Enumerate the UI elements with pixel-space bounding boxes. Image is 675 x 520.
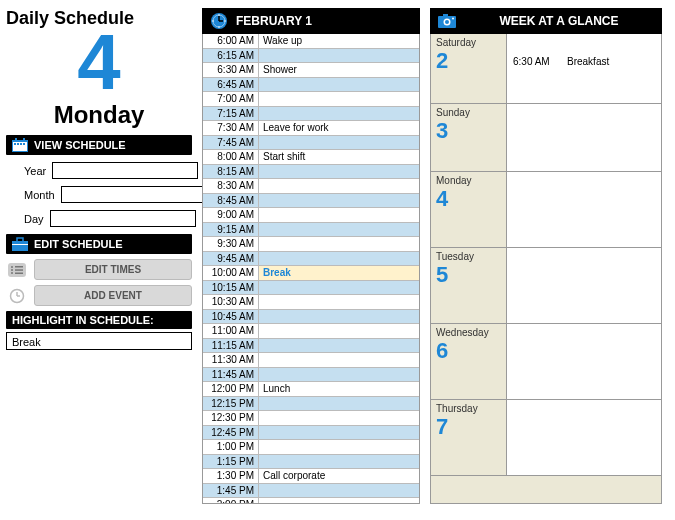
- schedule-body[interactable]: 6:00 AMWake up6:15 AM6:30 AMShower6:45 A…: [202, 34, 420, 504]
- highlight-value[interactable]: Break: [6, 332, 192, 350]
- schedule-event[interactable]: [259, 484, 419, 498]
- schedule-event[interactable]: [259, 368, 419, 382]
- schedule-event[interactable]: [259, 310, 419, 324]
- list-icon: [6, 261, 28, 279]
- week-event-cell[interactable]: 6:30 AMBreakfast: [507, 34, 661, 103]
- svg-rect-10: [12, 244, 28, 245]
- schedule-row[interactable]: 8:00 AMStart shift: [203, 150, 419, 165]
- schedule-row[interactable]: 7:30 AMLeave for work: [203, 121, 419, 136]
- schedule-event[interactable]: [259, 455, 419, 469]
- schedule-row[interactable]: 10:00 AMBreak: [203, 266, 419, 281]
- schedule-row[interactable]: 2:00 PM: [203, 498, 419, 504]
- schedule-event[interactable]: Lunch: [259, 382, 419, 396]
- schedule-time: 10:30 AM: [203, 295, 259, 309]
- schedule-event[interactable]: [259, 179, 419, 193]
- schedule-row[interactable]: 9:00 AM: [203, 208, 419, 223]
- day-input[interactable]: [50, 210, 196, 227]
- schedule-row[interactable]: 11:30 AM: [203, 353, 419, 368]
- schedule-event[interactable]: [259, 324, 419, 338]
- year-label: Year: [24, 165, 46, 177]
- schedule-event[interactable]: Shower: [259, 63, 419, 77]
- schedule-event[interactable]: [259, 107, 419, 121]
- schedule-time: 8:45 AM: [203, 194, 259, 208]
- week-row[interactable]: Wednesday6: [431, 324, 661, 400]
- schedule-row[interactable]: 7:45 AM: [203, 136, 419, 151]
- schedule-row[interactable]: 8:15 AM: [203, 165, 419, 180]
- schedule-event[interactable]: [259, 397, 419, 411]
- week-row[interactable]: Monday4: [431, 172, 661, 248]
- week-event-cell[interactable]: [507, 104, 661, 171]
- schedule-row[interactable]: 12:45 PM: [203, 426, 419, 441]
- schedule-event[interactable]: [259, 223, 419, 237]
- schedule-row[interactable]: 12:15 PM: [203, 397, 419, 412]
- year-input[interactable]: [52, 162, 198, 179]
- schedule-event[interactable]: [259, 353, 419, 367]
- day-label: Day: [24, 213, 44, 225]
- schedule-event[interactable]: Start shift: [259, 150, 419, 164]
- week-event-cell[interactable]: [507, 248, 661, 323]
- add-event-button[interactable]: ADD EVENT: [34, 285, 192, 306]
- schedule-time: 8:00 AM: [203, 150, 259, 164]
- schedule-row[interactable]: 6:45 AM: [203, 78, 419, 93]
- schedule-event[interactable]: Leave for work: [259, 121, 419, 135]
- schedule-event[interactable]: [259, 237, 419, 251]
- schedule-row[interactable]: 10:15 AM: [203, 281, 419, 296]
- highlight-header: HIGHLIGHT IN SCHEDULE:: [6, 311, 192, 329]
- schedule-row[interactable]: 1:30 PMCall corporate: [203, 469, 419, 484]
- week-row[interactable]: Sunday3: [431, 104, 661, 172]
- schedule-row[interactable]: 11:15 AM: [203, 339, 419, 354]
- schedule-row[interactable]: 11:45 AM: [203, 368, 419, 383]
- svg-point-26: [224, 20, 226, 22]
- schedule-event[interactable]: [259, 498, 419, 504]
- schedule-row[interactable]: 12:30 PM: [203, 411, 419, 426]
- month-row: Month: [24, 186, 192, 203]
- week-row[interactable]: Thursday7: [431, 400, 661, 476]
- schedule-row[interactable]: 1:15 PM: [203, 455, 419, 470]
- schedule-event[interactable]: [259, 165, 419, 179]
- schedule-row[interactable]: 8:45 AM: [203, 194, 419, 209]
- schedule-event[interactable]: [259, 411, 419, 425]
- schedule-row[interactable]: 9:15 AM: [203, 223, 419, 238]
- schedule-row[interactable]: 8:30 AM: [203, 179, 419, 194]
- schedule-event[interactable]: [259, 136, 419, 150]
- schedule-event[interactable]: [259, 49, 419, 63]
- week-event-cell[interactable]: [507, 172, 661, 247]
- schedule-event[interactable]: Call corporate: [259, 469, 419, 483]
- schedule-row[interactable]: 6:15 AM: [203, 49, 419, 64]
- schedule-event[interactable]: [259, 339, 419, 353]
- week-event-cell[interactable]: [507, 400, 661, 475]
- schedule-row[interactable]: 10:30 AM: [203, 295, 419, 310]
- svg-point-12: [11, 266, 13, 268]
- schedule-row[interactable]: 1:45 PM: [203, 484, 419, 499]
- schedule-event[interactable]: [259, 440, 419, 454]
- schedule-time: 7:15 AM: [203, 107, 259, 121]
- schedule-event[interactable]: Break: [259, 266, 419, 280]
- schedule-row[interactable]: 1:00 PM: [203, 440, 419, 455]
- week-row[interactable]: Tuesday5: [431, 248, 661, 324]
- schedule-row[interactable]: 7:15 AM: [203, 107, 419, 122]
- schedule-event[interactable]: [259, 92, 419, 106]
- schedule-event[interactable]: [259, 194, 419, 208]
- schedule-event[interactable]: [259, 252, 419, 266]
- week-row[interactable]: Saturday26:30 AMBreakfast: [431, 34, 661, 104]
- schedule-row[interactable]: 10:45 AM: [203, 310, 419, 325]
- schedule-event[interactable]: [259, 78, 419, 92]
- schedule-event[interactable]: [259, 208, 419, 222]
- schedule-event[interactable]: [259, 281, 419, 295]
- schedule-row[interactable]: 7:00 AM: [203, 92, 419, 107]
- schedule-row[interactable]: 6:00 AMWake up: [203, 34, 419, 49]
- schedule-event[interactable]: Wake up: [259, 34, 419, 48]
- svg-rect-17: [15, 272, 23, 274]
- schedule-row[interactable]: 12:00 PMLunch: [203, 382, 419, 397]
- week-body[interactable]: Saturday26:30 AMBreakfastSunday3Monday4T…: [430, 34, 662, 504]
- edit-times-button[interactable]: EDIT TIMES: [34, 259, 192, 280]
- schedule-row[interactable]: 11:00 AM: [203, 324, 419, 339]
- schedule-event[interactable]: [259, 295, 419, 309]
- schedule-row[interactable]: 9:30 AM: [203, 237, 419, 252]
- week-event-cell[interactable]: [507, 324, 661, 399]
- schedule-row[interactable]: 9:45 AM: [203, 252, 419, 267]
- schedule-row[interactable]: 6:30 AMShower: [203, 63, 419, 78]
- day-number: 4: [6, 27, 192, 97]
- month-input[interactable]: [61, 186, 207, 203]
- schedule-event[interactable]: [259, 426, 419, 440]
